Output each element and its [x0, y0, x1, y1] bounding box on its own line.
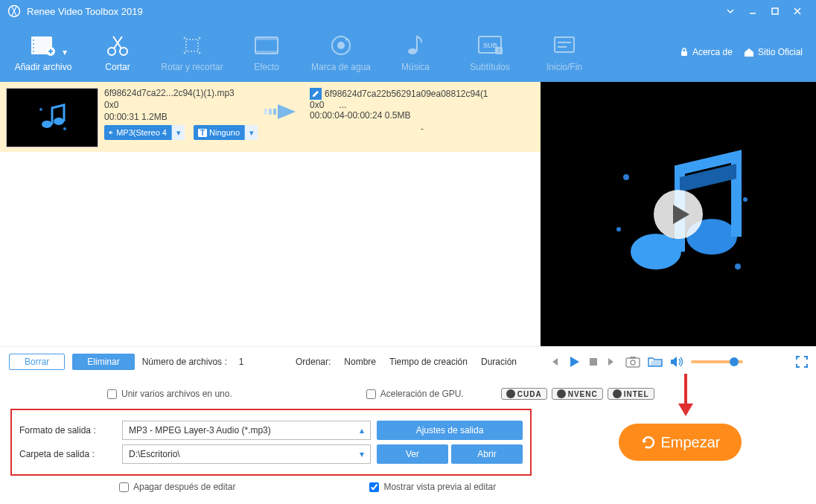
effect-button: Efecto	[229, 28, 304, 77]
volume-button[interactable]	[670, 356, 683, 368]
preview-video[interactable]	[541, 82, 816, 346]
subtitle-selector[interactable]: TNinguno ▾	[194, 125, 258, 140]
file-thumbnail	[6, 88, 98, 147]
volume-slider[interactable]	[691, 360, 743, 363]
prev-button[interactable]	[548, 356, 560, 368]
effect-icon	[229, 32, 304, 59]
delete-button[interactable]: Eliminar	[72, 354, 134, 370]
svg-point-32	[39, 108, 42, 111]
file-count-label: Número de archivos :	[142, 357, 227, 367]
play-overlay-icon[interactable]	[652, 188, 704, 240]
close-button[interactable]	[786, 0, 809, 22]
music-button: Música	[378, 28, 453, 77]
output-settings-box: Formato de salida : MP3 - MPEG Layer-3 A…	[10, 409, 532, 476]
output-format-select[interactable]: MP3 - MPEG Layer-3 Audio (*.mp3) ▴	[122, 421, 371, 440]
watermark-label: Marca de agua	[311, 62, 371, 72]
next-button[interactable]	[606, 356, 618, 368]
svg-point-33	[63, 127, 66, 130]
chevron-down-icon: ▾	[63, 47, 67, 57]
source-info: 6f98624d7ca22...2c94(1)(1).mp3 0x0 00:00…	[104, 88, 253, 147]
file-list: 6f98624d7ca22...2c94(1)(1).mp3 0x0 00:00…	[0, 82, 541, 346]
chevron-down-icon[interactable]: ▾	[171, 125, 185, 140]
source-meta: 00:00:31 1.2MB	[104, 112, 253, 122]
svg-point-21	[408, 48, 417, 54]
shutdown-checkbox[interactable]: Apagar después de editar	[119, 482, 235, 492]
format-label: Formato de salida :	[19, 425, 116, 436]
svg-rect-36	[273, 109, 276, 115]
rotate-icon	[155, 32, 229, 59]
add-file-button[interactable]: ▾ Añadir archivo	[6, 28, 80, 77]
dest-dimensions: 0x0	[310, 100, 324, 110]
subtitles-button: SUBT Subtítulos	[453, 28, 527, 77]
snapshot-button[interactable]	[625, 356, 640, 368]
destination-info: 6f98624d7ca22b56291a09ea08812c94(1 0x0..…	[310, 88, 535, 147]
dropdown-button[interactable]	[719, 0, 742, 22]
fullscreen-button[interactable]	[795, 355, 809, 369]
svg-point-20	[337, 42, 345, 49]
home-icon	[743, 47, 755, 57]
gpu-checkbox[interactable]: Aceleración de GPU.	[366, 389, 464, 399]
output-folder-select[interactable]: D:\Escritorio\ ▾	[122, 444, 371, 464]
clear-button[interactable]: Borrar	[9, 354, 65, 370]
sort-by-name[interactable]: Nombre	[344, 357, 376, 367]
svg-rect-18	[255, 51, 278, 54]
speaker-icon	[109, 129, 114, 136]
svg-point-14	[184, 52, 186, 54]
preview-panel	[541, 82, 816, 346]
music-icon	[378, 32, 453, 59]
rotate-button: Rotar y recortar	[155, 28, 229, 77]
play-button[interactable]	[567, 355, 581, 369]
sort-by-time[interactable]: Tiempo de creación	[389, 357, 468, 367]
official-label: Sitio Oficial	[758, 47, 803, 57]
subtitles-icon: SUBT	[453, 32, 527, 59]
about-link[interactable]: Acerca de	[679, 47, 733, 57]
svg-point-6	[33, 47, 34, 48]
intro-label: Inicio/Fin	[546, 62, 582, 72]
preview-checkbox[interactable]: Mostrar vista previa al editar	[369, 482, 496, 492]
cut-button[interactable]: Cortar	[80, 28, 155, 77]
maximize-button[interactable]	[764, 0, 786, 22]
svg-rect-47	[630, 357, 636, 359]
svg-point-15	[199, 52, 201, 54]
svg-rect-45	[626, 358, 640, 367]
watermark-button: Marca de agua	[304, 28, 378, 77]
file-row[interactable]: 6f98624d7ca22...2c94(1)(1).mp3 0x0 00:00…	[0, 82, 541, 152]
start-button[interactable]: Empezar	[619, 424, 742, 461]
scissors-icon	[80, 32, 155, 59]
svg-rect-11	[186, 39, 198, 51]
official-site-link[interactable]: Sitio Oficial	[743, 47, 803, 57]
folder-label: Carpeta de salida :	[19, 449, 116, 459]
app-title: Renee Video Toolbox 2019	[27, 6, 143, 17]
source-dimensions: 0x0	[104, 100, 253, 110]
svg-point-30	[42, 121, 52, 128]
about-links: Acerca de Sitio Oficial	[679, 47, 810, 57]
sort-by-duration[interactable]: Duración	[481, 357, 517, 367]
text-icon: T	[198, 129, 207, 137]
audio-format-selector[interactable]: MP3(Stereo 4 ▾	[104, 125, 185, 140]
view-button[interactable]: Ver	[377, 444, 448, 464]
dest-meta: 00:00:04-00:00:24 0.5MB	[310, 110, 535, 121]
open-folder-button[interactable]	[648, 356, 663, 368]
svg-point-41	[616, 227, 621, 232]
effect-label: Efecto	[254, 62, 279, 72]
edit-icon[interactable]	[310, 88, 322, 100]
dest-filename: 6f98624d7ca22b56291a09ea08812c94(1	[325, 89, 488, 99]
lock-icon	[679, 47, 689, 57]
open-button[interactable]: Abrir	[451, 444, 523, 464]
chevron-down-icon[interactable]: ▾	[244, 125, 258, 140]
merge-checkbox[interactable]: Unir varios archivos en uno.	[107, 389, 232, 399]
svg-point-7	[33, 51, 34, 52]
svg-point-13	[199, 37, 201, 39]
stop-button[interactable]	[588, 357, 599, 367]
svg-rect-34	[264, 109, 267, 115]
svg-point-46	[631, 360, 635, 365]
svg-rect-26	[555, 37, 574, 52]
main-toolbar: ▾ Añadir archivo Cortar Rotar y recortar…	[0, 22, 816, 82]
gpu-badges: CUDA NVENC INTEL	[501, 388, 654, 400]
minimize-button[interactable]	[742, 0, 764, 22]
main-area: 6f98624d7ca22...2c94(1)(1).mp3 0x0 00:00…	[0, 82, 816, 346]
svg-text:T: T	[497, 48, 501, 54]
output-settings-button[interactable]: Ajustes de salida	[377, 421, 523, 440]
source-filename: 6f98624d7ca22...2c94(1)(1).mp3	[104, 88, 253, 98]
subtitles-label: Subtítulos	[470, 62, 509, 72]
